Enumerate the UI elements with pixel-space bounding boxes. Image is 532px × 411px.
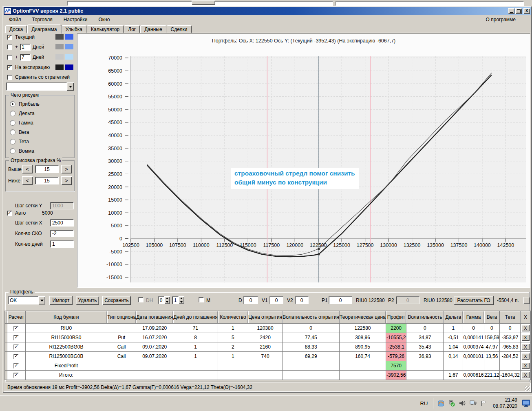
radio-option[interactable]: Прибыль — [10, 101, 74, 107]
table-cell[interactable]: 0,14 — [444, 352, 463, 361]
table-cell[interactable]: 160,74 — [340, 352, 386, 361]
table-cell[interactable]: 2 — [218, 342, 248, 352]
calc-cell[interactable] — [7, 352, 25, 361]
row-delete-button[interactable]: X — [521, 372, 530, 378]
table-cell[interactable]: 1 — [218, 324, 248, 333]
calc-cell[interactable] — [7, 371, 25, 380]
table-cell[interactable]: 5 — [218, 333, 248, 342]
table-cell[interactable]: 0 — [500, 324, 521, 333]
table-cell[interactable]: 0 — [406, 324, 444, 333]
tab-log[interactable]: Лог — [124, 25, 140, 33]
table-cell[interactable]: 77,45 — [283, 333, 340, 342]
table-cell[interactable] — [340, 361, 386, 371]
table-cell[interactable] — [463, 361, 484, 371]
table-cell[interactable]: -965,83 — [500, 342, 521, 352]
table-cell[interactable] — [340, 371, 386, 380]
m-checkbox[interactable] — [199, 297, 204, 302]
auto-checkbox[interactable] — [7, 211, 12, 216]
table-cell[interactable]: 0 — [484, 324, 500, 333]
calc-cell[interactable] — [7, 333, 25, 342]
calculate-margin-button[interactable]: Рассчитать ГО — [454, 296, 494, 305]
row-delete-button[interactable]: X — [521, 325, 530, 331]
strategy-dropdown[interactable] — [6, 82, 74, 91]
row-checkbox[interactable] — [13, 373, 19, 378]
below-decrease-button[interactable]: < — [22, 176, 33, 185]
table-cell[interactable]: 34,87 — [406, 333, 444, 342]
table-cell[interactable]: 1 — [173, 342, 218, 352]
table-cell[interactable] — [173, 371, 218, 380]
table-cell[interactable]: 2160 — [248, 342, 282, 352]
dh-spinner-1-value[interactable]: 0 — [158, 296, 164, 304]
row-checkbox[interactable] — [13, 335, 19, 340]
table-cell[interactable] — [136, 371, 173, 380]
table-cell[interactable]: 09.07.2020 — [136, 352, 173, 361]
table-cell[interactable]: 159,59 — [484, 333, 500, 342]
tray-clock[interactable]: 21:49 08.07.2020 — [493, 397, 517, 409]
minimize-button[interactable] — [508, 8, 514, 14]
radio-icon[interactable] — [10, 120, 15, 126]
table-cell[interactable] — [107, 324, 136, 333]
row-delete-button[interactable]: X — [521, 353, 530, 360]
table-cell[interactable]: 35,43 — [406, 342, 444, 352]
show-desktop-icon[interactable] — [522, 399, 530, 407]
table-cell[interactable]: 13,56 — [484, 352, 500, 361]
table-cell[interactable]: FixedProfit — [25, 361, 107, 371]
table-cell[interactable]: 1,04 — [444, 342, 463, 352]
table-cell[interactable]: 308,96 — [340, 333, 386, 342]
dh-spinner-2[interactable]: 1 — [172, 296, 184, 304]
table-cell[interactable] — [218, 361, 248, 371]
tab-deals[interactable]: Сделки — [167, 25, 192, 33]
tab-data[interactable]: Данные — [140, 25, 166, 33]
menu-trading[interactable]: Торговля — [32, 17, 53, 22]
sko-count-input[interactable]: -2 — [50, 230, 74, 237]
table-cell[interactable]: 47,97 — [484, 342, 500, 352]
table-cell[interactable]: Итого: — [25, 371, 107, 380]
table-cell[interactable]: 0 — [463, 324, 484, 333]
spinner-arrows-icon[interactable] — [179, 296, 184, 304]
table-cell[interactable] — [500, 361, 521, 371]
dropdown-arrow-icon[interactable] — [38, 296, 45, 304]
maximize-button[interactable] — [515, 8, 522, 14]
current-checkbox[interactable] — [7, 35, 12, 40]
below-percent-input[interactable]: 15 — [35, 177, 59, 184]
radio-option[interactable]: Вега — [10, 129, 74, 135]
table-cell[interactable] — [173, 361, 218, 371]
table-cell[interactable]: 0,000374 — [463, 342, 484, 352]
table-cell[interactable]: 120380 — [248, 324, 282, 333]
table-cell[interactable]: 8 — [173, 333, 218, 342]
radio-icon[interactable] — [10, 101, 15, 107]
table-cell[interactable]: 17.09.2020 — [136, 324, 173, 333]
table-cell[interactable] — [406, 371, 444, 380]
table-cell[interactable]: 2200 — [386, 324, 406, 333]
calc-cell[interactable] — [7, 342, 25, 352]
row-delete-button[interactable]: X — [521, 334, 530, 341]
tab-smile[interactable]: Улыбка — [62, 25, 87, 33]
table-cell[interactable]: 740 — [248, 352, 282, 361]
v1-input[interactable]: 0 — [269, 296, 283, 304]
table-cell[interactable]: -2538,1 — [386, 342, 406, 352]
flag-icon[interactable] — [479, 399, 488, 407]
radio-option[interactable]: Вомма — [10, 148, 74, 154]
row-checkbox[interactable] — [13, 326, 19, 331]
table-cell[interactable]: -579,26 — [386, 352, 406, 361]
table-cell[interactable]: -3902,56 — [386, 371, 406, 380]
calc-cell[interactable] — [7, 324, 25, 333]
p1-input[interactable]: 0 — [329, 296, 352, 304]
table-cell[interactable]: 0,000141 — [463, 333, 484, 342]
compare-strategy-checkbox[interactable] — [7, 75, 12, 80]
below-increase-button[interactable]: > — [61, 176, 72, 185]
dh-spinner-1[interactable]: 0 — [158, 296, 170, 304]
table-cell[interactable]: 1,67 — [444, 371, 463, 380]
tab-board[interactable]: Доска — [5, 25, 27, 33]
calc-cell[interactable] — [7, 361, 25, 371]
table-cell[interactable]: Call — [107, 342, 136, 352]
table-cell[interactable] — [283, 361, 340, 371]
delete-button[interactable]: Удалить — [76, 296, 99, 305]
table-cell[interactable]: 221,12 — [484, 371, 500, 380]
import-button[interactable]: Импорт — [49, 296, 73, 305]
dh-spinner-2-value[interactable]: 1 — [172, 296, 179, 304]
above-decrease-button[interactable]: < — [22, 165, 33, 173]
expiration-checkbox[interactable] — [7, 65, 12, 70]
table-cell[interactable]: 1 — [218, 352, 248, 361]
row-checkbox[interactable] — [13, 363, 19, 369]
